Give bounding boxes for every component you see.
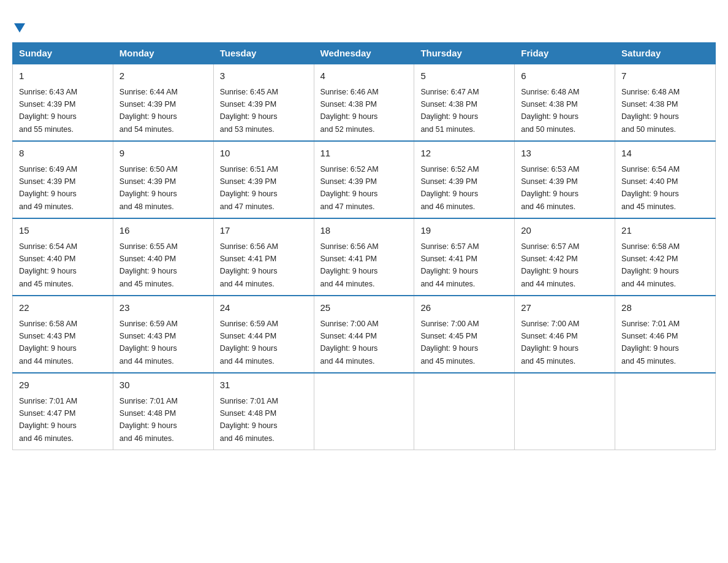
table-row: 13 Sunrise: 6:53 AMSunset: 4:39 PMDaylig…	[515, 141, 615, 218]
day-number: 13	[521, 147, 609, 161]
table-row: 28 Sunrise: 7:01 AMSunset: 4:46 PMDaylig…	[615, 296, 716, 373]
table-row: 31 Sunrise: 7:01 AMSunset: 4:48 PMDaylig…	[213, 373, 314, 450]
day-number: 10	[220, 147, 308, 161]
table-row: 30 Sunrise: 7:01 AMSunset: 4:48 PMDaylig…	[113, 373, 213, 450]
table-row: 9 Sunrise: 6:50 AMSunset: 4:39 PMDayligh…	[113, 141, 213, 218]
col-monday: Monday	[113, 43, 213, 64]
calendar-header-row: Sunday Monday Tuesday Wednesday Thursday…	[13, 43, 716, 64]
day-info: Sunrise: 6:57 AMSunset: 4:42 PMDaylight:…	[521, 242, 579, 288]
day-info: Sunrise: 7:01 AMSunset: 4:48 PMDaylight:…	[220, 397, 278, 443]
day-number: 26	[420, 301, 508, 315]
day-info: Sunrise: 6:54 AMSunset: 4:40 PMDaylight:…	[19, 242, 77, 288]
col-sunday: Sunday	[13, 43, 113, 64]
table-row: 23 Sunrise: 6:59 AMSunset: 4:43 PMDaylig…	[113, 296, 213, 373]
day-info: Sunrise: 7:01 AMSunset: 4:46 PMDaylight:…	[621, 320, 680, 366]
day-number: 5	[420, 69, 508, 83]
day-info: Sunrise: 6:59 AMSunset: 4:43 PMDaylight:…	[119, 320, 178, 366]
day-info: Sunrise: 7:00 AMSunset: 4:46 PMDaylight:…	[521, 320, 579, 366]
table-row: 29 Sunrise: 7:01 AMSunset: 4:47 PMDaylig…	[13, 373, 113, 450]
col-friday: Friday	[515, 43, 615, 64]
day-info: Sunrise: 7:00 AMSunset: 4:44 PMDaylight:…	[320, 320, 379, 366]
day-info: Sunrise: 6:55 AMSunset: 4:40 PMDaylight:…	[119, 242, 178, 288]
day-number: 2	[119, 69, 207, 83]
calendar-week-row: 1 Sunrise: 6:43 AMSunset: 4:39 PMDayligh…	[13, 64, 716, 141]
day-number: 20	[521, 224, 609, 238]
day-number: 18	[320, 224, 408, 238]
day-number: 8	[19, 147, 107, 161]
table-row	[615, 373, 716, 450]
table-row: 26 Sunrise: 7:00 AMSunset: 4:45 PMDaylig…	[414, 296, 515, 373]
calendar-week-row: 29 Sunrise: 7:01 AMSunset: 4:47 PMDaylig…	[13, 373, 716, 450]
day-number: 30	[119, 378, 207, 393]
table-row: 10 Sunrise: 6:51 AMSunset: 4:39 PMDaylig…	[213, 141, 314, 218]
logo-triangle-icon	[14, 23, 25, 33]
day-number: 6	[521, 69, 609, 83]
col-saturday: Saturday	[615, 43, 716, 64]
day-number: 17	[220, 224, 308, 238]
table-row: 8 Sunrise: 6:49 AMSunset: 4:39 PMDayligh…	[13, 141, 113, 218]
day-number: 11	[320, 147, 408, 161]
day-info: Sunrise: 6:53 AMSunset: 4:39 PMDaylight:…	[521, 165, 579, 211]
table-row: 3 Sunrise: 6:45 AMSunset: 4:39 PMDayligh…	[213, 64, 314, 141]
table-row: 19 Sunrise: 6:57 AMSunset: 4:41 PMDaylig…	[414, 218, 515, 296]
table-row: 15 Sunrise: 6:54 AMSunset: 4:40 PMDaylig…	[13, 218, 113, 296]
table-row: 24 Sunrise: 6:59 AMSunset: 4:44 PMDaylig…	[213, 296, 314, 373]
day-info: Sunrise: 7:00 AMSunset: 4:45 PMDaylight:…	[420, 320, 479, 366]
table-row: 18 Sunrise: 6:56 AMSunset: 4:41 PMDaylig…	[314, 218, 414, 296]
calendar-week-row: 22 Sunrise: 6:58 AMSunset: 4:43 PMDaylig…	[13, 296, 716, 373]
table-row: 11 Sunrise: 6:52 AMSunset: 4:39 PMDaylig…	[314, 141, 414, 218]
day-number: 28	[621, 301, 709, 315]
day-number: 14	[621, 147, 709, 161]
calendar-week-row: 15 Sunrise: 6:54 AMSunset: 4:40 PMDaylig…	[13, 218, 716, 296]
table-row: 5 Sunrise: 6:47 AMSunset: 4:38 PMDayligh…	[414, 64, 515, 141]
day-number: 3	[220, 69, 308, 83]
table-row: 14 Sunrise: 6:54 AMSunset: 4:40 PMDaylig…	[615, 141, 716, 218]
page-header	[12, 12, 716, 30]
day-info: Sunrise: 6:57 AMSunset: 4:41 PMDaylight:…	[420, 242, 479, 288]
day-info: Sunrise: 6:50 AMSunset: 4:39 PMDaylight:…	[119, 165, 178, 211]
day-info: Sunrise: 6:56 AMSunset: 4:41 PMDaylight:…	[320, 242, 379, 288]
table-row: 7 Sunrise: 6:48 AMSunset: 4:38 PMDayligh…	[615, 64, 716, 141]
day-number: 23	[119, 301, 207, 315]
day-number: 12	[420, 147, 508, 161]
logo	[12, 12, 25, 30]
day-info: Sunrise: 7:01 AMSunset: 4:48 PMDaylight:…	[119, 397, 178, 443]
day-number: 25	[320, 301, 408, 315]
day-info: Sunrise: 6:58 AMSunset: 4:42 PMDaylight:…	[621, 242, 680, 288]
table-row: 20 Sunrise: 6:57 AMSunset: 4:42 PMDaylig…	[515, 218, 615, 296]
day-number: 7	[621, 69, 709, 83]
col-wednesday: Wednesday	[314, 43, 414, 64]
table-row: 16 Sunrise: 6:55 AMSunset: 4:40 PMDaylig…	[113, 218, 213, 296]
day-number: 31	[220, 378, 308, 393]
day-info: Sunrise: 6:54 AMSunset: 4:40 PMDaylight:…	[621, 165, 680, 211]
day-info: Sunrise: 7:01 AMSunset: 4:47 PMDaylight:…	[19, 397, 77, 443]
table-row	[414, 373, 515, 450]
day-number: 24	[220, 301, 308, 315]
day-number: 15	[19, 224, 107, 238]
day-info: Sunrise: 6:47 AMSunset: 4:38 PMDaylight:…	[420, 88, 479, 134]
day-info: Sunrise: 6:46 AMSunset: 4:38 PMDaylight:…	[320, 88, 379, 134]
day-info: Sunrise: 6:52 AMSunset: 4:39 PMDaylight:…	[320, 165, 379, 211]
col-thursday: Thursday	[414, 43, 515, 64]
day-info: Sunrise: 6:43 AMSunset: 4:39 PMDaylight:…	[19, 88, 77, 134]
day-info: Sunrise: 6:44 AMSunset: 4:39 PMDaylight:…	[119, 88, 178, 134]
col-tuesday: Tuesday	[213, 43, 314, 64]
table-row: 17 Sunrise: 6:56 AMSunset: 4:41 PMDaylig…	[213, 218, 314, 296]
day-number: 9	[119, 147, 207, 161]
table-row: 4 Sunrise: 6:46 AMSunset: 4:38 PMDayligh…	[314, 64, 414, 141]
table-row: 6 Sunrise: 6:48 AMSunset: 4:38 PMDayligh…	[515, 64, 615, 141]
table-row: 22 Sunrise: 6:58 AMSunset: 4:43 PMDaylig…	[13, 296, 113, 373]
calendar-week-row: 8 Sunrise: 6:49 AMSunset: 4:39 PMDayligh…	[13, 141, 716, 218]
day-number: 4	[320, 69, 408, 83]
day-number: 22	[19, 301, 107, 315]
day-info: Sunrise: 6:48 AMSunset: 4:38 PMDaylight:…	[621, 88, 680, 134]
table-row: 25 Sunrise: 7:00 AMSunset: 4:44 PMDaylig…	[314, 296, 414, 373]
day-info: Sunrise: 6:49 AMSunset: 4:39 PMDaylight:…	[19, 165, 77, 211]
table-row: 21 Sunrise: 6:58 AMSunset: 4:42 PMDaylig…	[615, 218, 716, 296]
day-info: Sunrise: 6:59 AMSunset: 4:44 PMDaylight:…	[220, 320, 278, 366]
day-number: 27	[521, 301, 609, 315]
day-info: Sunrise: 6:52 AMSunset: 4:39 PMDaylight:…	[420, 165, 479, 211]
table-row	[314, 373, 414, 450]
day-info: Sunrise: 6:51 AMSunset: 4:39 PMDaylight:…	[220, 165, 278, 211]
day-info: Sunrise: 6:58 AMSunset: 4:43 PMDaylight:…	[19, 320, 77, 366]
